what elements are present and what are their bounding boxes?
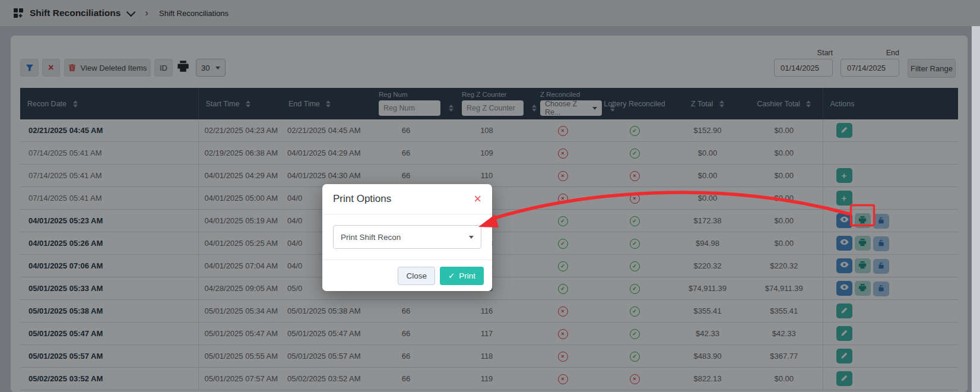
modal-header: Print Options × [322, 184, 492, 214]
check-icon: ✓ [448, 271, 455, 280]
print-options-modal: Print Options × Print Shift Recon Close … [322, 184, 492, 291]
modal-body: Print Shift Recon [322, 214, 492, 260]
close-icon[interactable]: × [474, 192, 481, 206]
caret-down-icon [469, 236, 474, 239]
print-type-value: Print Shift Recon [341, 233, 401, 242]
modal-title: Print Options [333, 193, 391, 205]
modal-footer: Close ✓ Print [322, 260, 492, 291]
vertical-scrollbar[interactable] [972, 26, 980, 392]
print-button[interactable]: ✓ Print [440, 267, 484, 285]
app-root: Shift Reconciliations › Shift Reconcilia… [0, 0, 980, 392]
close-button[interactable]: Close [398, 267, 435, 285]
print-type-select[interactable]: Print Shift Recon [333, 225, 481, 249]
